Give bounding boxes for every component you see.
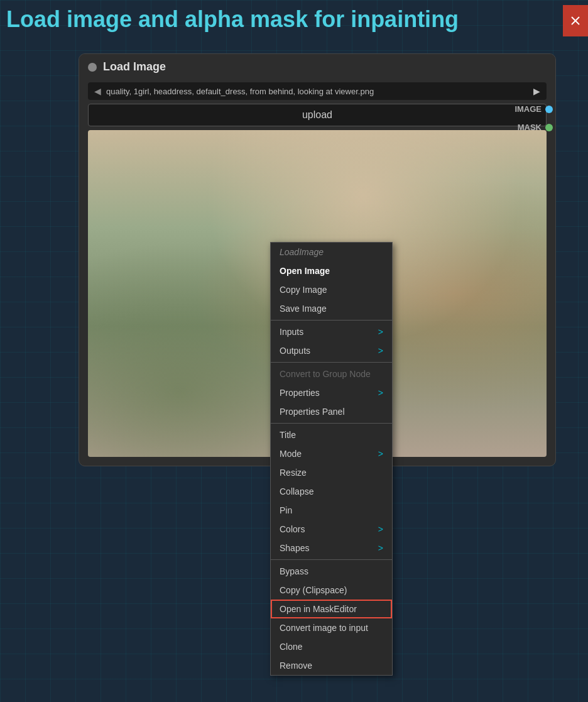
menu-divider-4 (271, 559, 392, 560)
menu-item-title[interactable]: Title (271, 425, 392, 444)
menu-item-properties[interactable]: Properties > (271, 383, 392, 402)
filename-bar: ◀ quality, 1girl, headdress, default_dre… (88, 82, 547, 100)
menu-item-clone[interactable]: Clone (271, 637, 392, 656)
mode-arrow: > (378, 449, 383, 459)
menu-item-collapse[interactable]: Collapse (271, 482, 392, 501)
menu-item-mode[interactable]: Mode > (271, 444, 392, 463)
menu-item-pin[interactable]: Pin (271, 501, 392, 520)
output-mask-dot[interactable] (545, 124, 553, 131)
menu-item-convert-group: Convert to Group Node (271, 365, 392, 383)
menu-item-loadimage-header: LoadImage (271, 243, 392, 261)
output-connectors: IMAGE MASK (514, 104, 553, 132)
menu-item-shapes[interactable]: Shapes > (271, 539, 392, 557)
menu-item-properties-panel[interactable]: Properties Panel (271, 402, 392, 421)
menu-item-inputs[interactable]: Inputs > (271, 322, 392, 341)
context-menu: LoadImage Open Image Copy Image Save Ima… (270, 242, 393, 676)
menu-item-remove[interactable]: Remove (271, 656, 392, 675)
output-image: IMAGE (514, 104, 553, 114)
menu-item-outputs[interactable]: Outputs > (271, 341, 392, 360)
menu-item-copy-clipspace[interactable]: Copy (Clipspace) (271, 581, 392, 600)
menu-item-convert-image-input[interactable]: Convert image to input (271, 618, 392, 637)
filename-prev-arrow[interactable]: ◀ (94, 86, 101, 96)
menu-divider-1 (271, 320, 392, 321)
close-icon (570, 16, 580, 26)
shapes-arrow: > (378, 543, 383, 553)
filename-next-arrow[interactable]: ▶ (533, 86, 540, 96)
properties-arrow: > (378, 388, 383, 398)
menu-item-open-maskeditor[interactable]: Open in MaskEditor (271, 600, 392, 618)
colors-arrow: > (378, 524, 383, 534)
menu-item-bypass[interactable]: Bypass (271, 562, 392, 581)
inputs-arrow: > (378, 327, 383, 337)
node-header: Load Image (79, 54, 555, 80)
filename-text: quality, 1girl, headdress, default_dress… (106, 87, 533, 96)
menu-item-save-image[interactable]: Save Image (271, 299, 392, 318)
upload-button[interactable]: upload (88, 104, 547, 126)
menu-item-copy-image[interactable]: Copy Image (271, 280, 392, 299)
menu-divider-2 (271, 362, 392, 363)
menu-divider-3 (271, 423, 392, 424)
outputs-arrow: > (378, 346, 383, 356)
menu-item-resize[interactable]: Resize (271, 463, 392, 482)
menu-item-open-image[interactable]: Open Image (271, 261, 392, 280)
node-status-dot (88, 63, 97, 72)
output-image-dot[interactable] (545, 106, 553, 113)
node-title: Load Image (103, 60, 166, 74)
output-image-label: IMAGE (514, 104, 542, 114)
page-title: Load image and alpha mask for inpainting (6, 6, 459, 33)
close-button[interactable] (563, 5, 588, 36)
menu-item-colors[interactable]: Colors > (271, 520, 392, 539)
